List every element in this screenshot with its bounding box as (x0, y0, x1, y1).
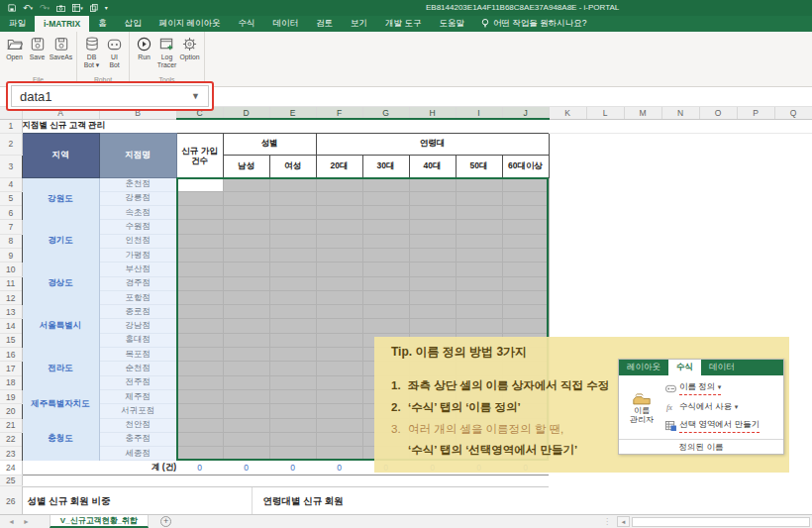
data-cell[interactable] (362, 206, 409, 220)
data-cell[interactable] (316, 404, 362, 418)
data-cell[interactable] (223, 276, 269, 290)
branch-cell[interactable]: 목포점 (99, 348, 176, 362)
column-header-L[interactable]: L (586, 107, 624, 119)
data-cell[interactable] (176, 263, 223, 276)
row-header[interactable]: 12 (0, 290, 22, 304)
header-female[interactable]: 여성 (269, 155, 316, 177)
row-header[interactable]: 15 (0, 333, 22, 347)
branch-cell[interactable]: 세종점 (99, 447, 176, 461)
header-branch[interactable]: 지점명 (99, 133, 176, 177)
branch-cell[interactable]: 춘천점 (99, 177, 176, 191)
branch-cell[interactable]: 서귀포점 (99, 404, 176, 418)
data-cell[interactable] (176, 389, 223, 403)
data-cell[interactable] (223, 305, 269, 319)
row-header[interactable]: 10 (0, 263, 22, 276)
column-header-O[interactable]: O (699, 107, 737, 119)
header-age-60s[interactable]: 60대이상 (502, 155, 549, 177)
data-cell[interactable] (269, 177, 316, 191)
branch-cell[interactable]: 홍대점 (99, 333, 176, 347)
header-age[interactable]: 연령대 (316, 133, 549, 155)
data-cell[interactable] (362, 276, 409, 290)
data-cell[interactable] (502, 290, 549, 304)
data-cell[interactable] (269, 220, 316, 234)
data-cell[interactable] (316, 206, 362, 220)
tab-i-matrix[interactable]: i-MATRIX (35, 16, 89, 32)
data-cell[interactable] (502, 319, 549, 333)
data-cell[interactable] (223, 220, 269, 234)
data-cell[interactable] (362, 234, 409, 248)
data-cell[interactable] (223, 206, 269, 220)
data-cell[interactable] (456, 191, 502, 205)
add-sheet-button[interactable]: + (160, 516, 171, 527)
data-cell[interactable] (456, 248, 502, 262)
data-cell[interactable] (223, 248, 269, 262)
data-cell[interactable] (409, 177, 456, 191)
tab-developer[interactable]: 개발 도구 (376, 16, 430, 32)
row-header[interactable]: 22 (0, 432, 22, 446)
data-cell[interactable] (456, 319, 502, 333)
row-header[interactable]: 24 (0, 461, 22, 475)
column-header-P[interactable]: P (737, 107, 774, 119)
column-header-Q[interactable]: Q (774, 107, 812, 119)
data-cell[interactable] (223, 333, 269, 347)
data-cell[interactable] (316, 447, 362, 461)
tab-review[interactable]: 검토 (307, 16, 342, 32)
column-header-M[interactable]: M (624, 107, 661, 119)
data-cell[interactable] (502, 276, 549, 290)
data-cell[interactable] (362, 220, 409, 234)
column-header-D[interactable]: D (223, 107, 269, 119)
data-cell[interactable] (223, 177, 269, 191)
ui-bot-button[interactable]: UI Bot (103, 36, 126, 75)
data-cell[interactable] (456, 177, 502, 191)
row-header[interactable]: 21 (0, 418, 22, 432)
data-cell[interactable] (362, 177, 409, 191)
data-cell[interactable] (316, 375, 362, 389)
row-header[interactable]: 5 (0, 191, 22, 205)
data-cell[interactable] (409, 305, 456, 319)
data-cell[interactable] (316, 418, 362, 432)
branch-cell[interactable]: 충주점 (99, 432, 176, 446)
data-cell[interactable] (316, 348, 362, 362)
row-header[interactable]: 13 (0, 305, 22, 319)
header-age-40s[interactable]: 40대 (409, 155, 456, 177)
chevron-down-icon[interactable]: ▼ (191, 91, 200, 101)
data-cell[interactable] (316, 220, 362, 234)
data-cell[interactable] (316, 319, 362, 333)
data-cell[interactable] (362, 290, 409, 304)
data-cell[interactable] (409, 220, 456, 234)
row-header[interactable]: 8 (0, 234, 22, 248)
data-cell[interactable] (316, 276, 362, 290)
column-header-F[interactable]: F (316, 107, 362, 119)
data-cell[interactable] (362, 319, 409, 333)
column-header-H[interactable]: H (409, 107, 456, 119)
header-gender[interactable]: 성별 (223, 133, 316, 155)
camera-icon[interactable] (56, 5, 65, 12)
data-cell[interactable] (456, 290, 502, 304)
row-header[interactable]: 11 (0, 276, 22, 290)
option-button[interactable]: Option (178, 36, 201, 75)
row-header[interactable]: 4 (0, 177, 22, 191)
row-header[interactable]: 3 (0, 155, 22, 177)
branch-cell[interactable]: 제주점 (99, 389, 176, 403)
data-cell[interactable] (269, 418, 316, 432)
data-cell[interactable] (269, 305, 316, 319)
data-cell[interactable] (316, 389, 362, 403)
tab-formulas[interactable]: 수식 (230, 16, 264, 32)
undo-button[interactable]: ↶▾ (23, 0, 33, 16)
branch-cell[interactable]: 강릉점 (99, 191, 176, 205)
data-cell[interactable] (176, 290, 223, 304)
data-cell[interactable] (502, 263, 549, 276)
row-header[interactable]: 18 (0, 375, 22, 389)
customize-qat-icon[interactable]: ▾ (105, 0, 108, 16)
log-tracer-button[interactable]: Log Tracer (155, 36, 178, 75)
data-cell[interactable] (176, 404, 223, 418)
branch-cell[interactable]: 포항점 (99, 290, 176, 304)
data-cell[interactable] (316, 177, 362, 191)
row-header[interactable]: 26 (0, 486, 22, 517)
empty-row[interactable] (22, 475, 549, 486)
data-cell[interactable] (269, 389, 316, 403)
db-bot-button[interactable]: DB Bot ▾ (80, 36, 103, 75)
redo-button[interactable]: ↷▾ (40, 0, 50, 16)
data-cell[interactable] (269, 333, 316, 347)
data-cell[interactable] (223, 432, 269, 446)
